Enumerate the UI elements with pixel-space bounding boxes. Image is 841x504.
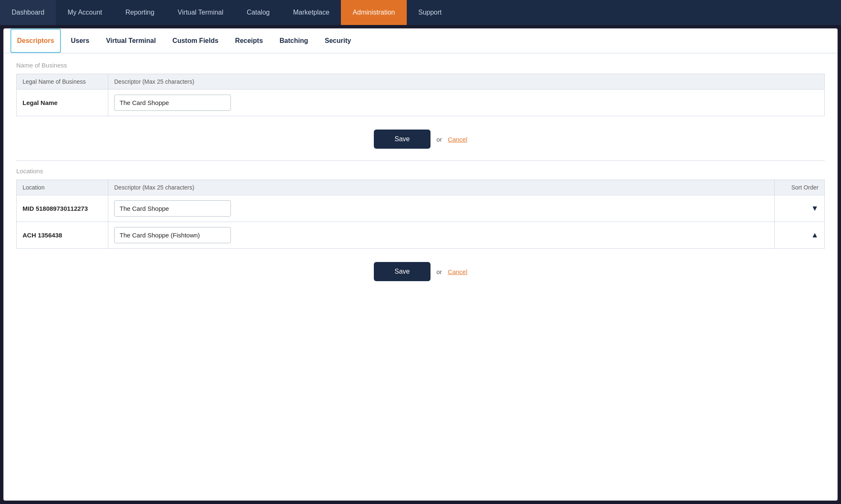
nav-item-administration[interactable]: Administration: [341, 0, 406, 25]
locations-cancel-button[interactable]: Cancel: [448, 268, 468, 275]
legal-name-label: Legal Name: [17, 90, 108, 116]
sub-tab-descriptors[interactable]: Descriptors: [10, 29, 61, 53]
locations-col1-header: Location: [17, 180, 108, 195]
locations-col3-header: Sort Order: [775, 180, 825, 195]
business-cancel-button[interactable]: Cancel: [448, 136, 468, 143]
top-nav: DashboardMy AccountReportingVirtual Term…: [0, 0, 841, 25]
nav-item-dashboard[interactable]: Dashboard: [0, 0, 56, 25]
main-content: DescriptorsUsersVirtual TerminalCustom F…: [3, 28, 838, 501]
business-col1-header: Legal Name of Business: [17, 74, 108, 90]
business-action-row: Save or Cancel: [16, 118, 825, 160]
locations-or-text: or: [436, 268, 442, 275]
legal-name-row: Legal Name: [17, 90, 825, 116]
locations-col2-header: Descriptor (Max 25 characters): [108, 180, 775, 195]
business-section-title: Name of Business: [16, 62, 825, 69]
location-descriptor-input-0[interactable]: [114, 200, 231, 217]
nav-item-catalog[interactable]: Catalog: [235, 0, 281, 25]
sub-nav: DescriptorsUsersVirtual TerminalCustom F…: [4, 29, 837, 53]
locations-section: Locations Location Descriptor (Max 25 ch…: [16, 167, 825, 249]
locations-section-title: Locations: [16, 167, 825, 175]
nav-item-virtual-terminal[interactable]: Virtual Terminal: [166, 0, 235, 25]
location-descriptor-input-1[interactable]: [114, 227, 231, 243]
sub-tab-virtual-terminal[interactable]: Virtual Terminal: [99, 29, 162, 53]
section-divider: [16, 160, 825, 161]
legal-name-input[interactable]: [114, 95, 231, 111]
location-row-0: MID 518089730112273▼: [17, 195, 825, 222]
content-area: Name of Business Legal Name of Business …: [4, 53, 837, 301]
sub-tab-custom-fields[interactable]: Custom Fields: [166, 29, 225, 53]
business-save-button[interactable]: Save: [374, 130, 431, 149]
location-name-0: MID 518089730112273: [17, 195, 108, 222]
nav-item-my-account[interactable]: My Account: [56, 0, 114, 25]
location-row-1: ACH 1356438▲: [17, 222, 825, 249]
business-section: Name of Business Legal Name of Business …: [16, 62, 825, 116]
location-name-1: ACH 1356438: [17, 222, 108, 249]
business-form-table: Legal Name of Business Descriptor (Max 2…: [16, 74, 825, 116]
sub-tab-users[interactable]: Users: [64, 29, 96, 53]
business-or-text: or: [436, 136, 442, 143]
sub-tab-batching[interactable]: Batching: [273, 29, 315, 53]
sort-arrow-1[interactable]: ▲: [811, 231, 818, 239]
locations-action-row: Save or Cancel: [16, 250, 825, 293]
business-col2-header: Descriptor (Max 25 characters): [108, 74, 825, 90]
nav-item-support[interactable]: Support: [407, 0, 453, 25]
sort-arrow-0[interactable]: ▼: [811, 204, 818, 212]
sub-tab-security[interactable]: Security: [318, 29, 358, 53]
locations-table: Location Descriptor (Max 25 characters) …: [16, 180, 825, 249]
nav-item-marketplace[interactable]: Marketplace: [281, 0, 341, 25]
nav-item-reporting[interactable]: Reporting: [114, 0, 166, 25]
locations-save-button[interactable]: Save: [374, 262, 431, 281]
sub-tab-receipts[interactable]: Receipts: [228, 29, 270, 53]
